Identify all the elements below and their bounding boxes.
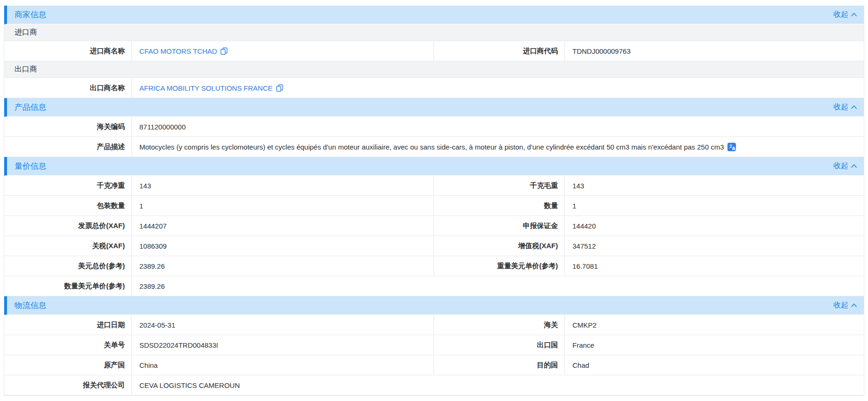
- field-label-dest-country: 目的国: [434, 355, 565, 375]
- section-title: 商家信息: [14, 9, 46, 20]
- field-label-usd-total: 美元总价(参考): [4, 256, 132, 276]
- field-value-qty: 1: [565, 196, 864, 215]
- section-header-product: 产品信息 收起: [4, 98, 864, 117]
- exporter-name-link[interactable]: AFRICA MOBILITY SOLUTIONS FRANCE: [139, 84, 273, 92]
- table-row-importer: 进口商名称 CFAO MOTORS TCHAD 进口商代码 TDNDJ00000…: [4, 41, 864, 61]
- field-value-exporter-name: AFRICA MOBILITY SOLUTIONS FRANCE: [132, 78, 864, 98]
- field-label-import-date: 进口日期: [4, 315, 132, 335]
- chevron-up-icon: [851, 303, 857, 308]
- table-row-description: 产品描述 Motocycles (y compris les cyclomote…: [4, 137, 864, 157]
- svg-text:A: A: [732, 146, 736, 151]
- trade-record-detail: 商家信息 收起 进口商 进口商名称 CFAO MOTORS TCHAD 进口商代…: [4, 6, 864, 396]
- section-logistics: 物流信息 收起 进口日期 2024-05-31 海关 CMKP2 关单号 SDS…: [4, 296, 864, 395]
- section-merchant: 商家信息 收起 进口商 进口商名称 CFAO MOTORS TCHAD 进口商代…: [4, 6, 864, 98]
- chevron-up-icon: [851, 105, 857, 109]
- field-label-broker: 报关代理公司: [4, 375, 132, 395]
- section-product: 产品信息 收起 海关编码 871120000000 产品描述 Motocycle…: [4, 98, 864, 157]
- field-label-qty: 数量: [434, 196, 565, 215]
- field-label-importer-name: 进口商名称: [4, 41, 132, 61]
- field-label-deposit: 申报保证金: [434, 216, 565, 236]
- field-label-hs-code: 海关编码: [4, 117, 132, 136]
- field-value-gross-weight: 143: [565, 176, 864, 195]
- subheader-exporter-label: 出口商: [14, 64, 37, 74]
- subheader-importer-label: 进口商: [14, 28, 37, 37]
- table-row-declaration: 关单号 SDSD22024TRD004833I 出口国 France: [4, 335, 864, 355]
- field-label-invoice-total: 发票总价(XAF): [4, 216, 132, 236]
- field-value-tariff: 1086309: [132, 236, 434, 256]
- field-value-dest-country: Chad: [565, 355, 864, 375]
- subheader-importer: 进口商: [4, 24, 864, 41]
- product-description-text: Motocycles (y compris les cyclomoteurs) …: [139, 143, 724, 151]
- field-label-importer-code: 进口商代码: [434, 41, 565, 61]
- field-label-customs: 海关: [434, 315, 565, 335]
- copy-icon[interactable]: [220, 47, 228, 55]
- field-value-package-qty: 1: [132, 196, 434, 215]
- field-label-usd-weight-unit: 重量美元单价(参考): [434, 256, 565, 276]
- table-row-import-date: 进口日期 2024-05-31 海关 CMKP2: [4, 315, 864, 335]
- field-value-vat: 347512: [565, 236, 864, 256]
- chevron-up-icon: [851, 13, 857, 17]
- table-row-weight: 千克净重 143 千克毛重 143: [4, 176, 864, 196]
- table-row-tax: 关税(XAF) 1086309 增值税(XAF) 347512: [4, 236, 864, 256]
- field-value-description: Motocycles (y compris les cyclomoteurs) …: [132, 137, 864, 157]
- importer-name-link[interactable]: CFAO MOTORS TCHAD: [139, 47, 217, 55]
- field-value-declaration-no: SDSD22024TRD004833I: [132, 335, 434, 355]
- field-value-import-date: 2024-05-31: [132, 315, 434, 335]
- section-quantity-price: 量价信息 收起 千克净重 143 千克毛重 143 包装数量 1 数量 1 发票…: [4, 157, 864, 296]
- table-row-usd-total: 美元总价(参考) 2389.26 重量美元单价(参考) 16.7081: [4, 256, 864, 276]
- field-value-customs: CMKP2: [565, 315, 864, 335]
- field-label-origin-country: 原产国: [4, 355, 132, 375]
- field-value-net-weight: 143: [132, 176, 434, 195]
- table-row-exporter: 出口商名称 AFRICA MOBILITY SOLUTIONS FRANCE: [4, 78, 864, 98]
- field-value-broker: CEVA LOGISTICS CAMEROUN: [132, 375, 864, 395]
- table-row-broker: 报关代理公司 CEVA LOGISTICS CAMEROUN: [4, 375, 864, 395]
- collapse-button[interactable]: 收起: [833, 301, 857, 310]
- collapse-label: 收起: [833, 161, 848, 171]
- field-value-importer-code: TDNDJ000009763: [565, 41, 864, 61]
- field-value-usd-qty-unit: 2389.26: [132, 276, 864, 296]
- section-header-merchant: 商家信息 收起: [4, 6, 864, 24]
- collapse-button[interactable]: 收起: [833, 102, 857, 112]
- field-label-tariff: 关税(XAF): [4, 236, 132, 256]
- section-title: 物流信息: [14, 300, 46, 311]
- collapse-label: 收起: [833, 10, 848, 20]
- field-label-net-weight: 千克净重: [4, 176, 132, 195]
- collapse-label: 收起: [833, 301, 848, 310]
- field-value-hs-code: 871120000000: [132, 117, 864, 136]
- section-header-quantity-price: 量价信息 收起: [4, 157, 864, 176]
- collapse-button[interactable]: 收起: [833, 161, 857, 171]
- section-title: 产品信息: [14, 102, 46, 113]
- field-value-export-country: France: [565, 335, 864, 355]
- table-row-quantity: 包装数量 1 数量 1: [4, 196, 864, 216]
- field-label-description: 产品描述: [4, 137, 132, 157]
- table-row-invoice: 发票总价(XAF) 1444207 申报保证金 144420: [4, 216, 864, 236]
- section-title: 量价信息: [14, 161, 46, 172]
- field-value-origin-country: China: [132, 355, 434, 375]
- field-label-declaration-no: 关单号: [4, 335, 132, 355]
- field-value-invoice-total: 1444207: [132, 216, 434, 236]
- table-row-countries: 原产国 China 目的国 Chad: [4, 355, 864, 375]
- field-label-package-qty: 包装数量: [4, 196, 132, 215]
- field-label-exporter-name: 出口商名称: [4, 78, 132, 98]
- field-value-deposit: 144420: [565, 216, 864, 236]
- field-value-usd-total: 2389.26: [132, 256, 434, 276]
- section-header-logistics: 物流信息 收起: [4, 296, 864, 315]
- field-value-importer-name: CFAO MOTORS TCHAD: [132, 41, 434, 61]
- field-label-vat: 增值税(XAF): [434, 236, 565, 256]
- collapse-label: 收起: [833, 102, 848, 112]
- field-label-usd-qty-unit: 数量美元单价(参考): [4, 276, 132, 296]
- collapse-button[interactable]: 收起: [833, 10, 857, 20]
- table-row-usd-qty-unit: 数量美元单价(参考) 2389.26: [4, 276, 864, 296]
- copy-icon[interactable]: [276, 84, 283, 92]
- field-label-gross-weight: 千克毛重: [434, 176, 565, 195]
- translate-icon[interactable]: 文A: [727, 143, 736, 151]
- subheader-exporter: 出口商: [4, 61, 864, 78]
- field-value-usd-weight-unit: 16.7081: [565, 256, 864, 276]
- table-row-hs-code: 海关编码 871120000000: [4, 117, 864, 137]
- field-label-export-country: 出口国: [434, 335, 565, 355]
- chevron-up-icon: [851, 164, 857, 168]
